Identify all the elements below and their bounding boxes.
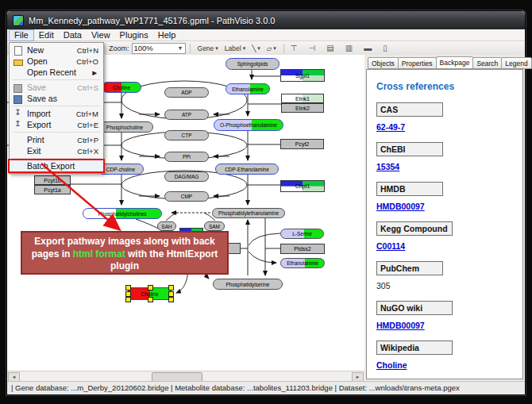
pathway-node-cdp-choline[interactable]: CDP-choline [98,164,144,175]
align-center-vertical-button[interactable]: ⊤ [288,44,306,52]
label-tool-button[interactable]: Label▾ [222,42,248,54]
xref-value-nugo-wiki[interactable]: HMDB00097 [376,321,513,330]
file-menu-item-save[interactable]: SaveCtrl+S [10,82,103,93]
xref-value-chebi[interactable]: 15354 [376,162,513,171]
distribute-columns-button[interactable]: ▥ [343,44,361,52]
pathway-node-sphingolipids[interactable]: Sphingolipids [226,58,279,70]
tab-properties[interactable]: Properties [398,57,437,69]
annotation-callout: Export pathway images along with back pa… [21,231,229,275]
menubar-item-data[interactable]: Data [59,29,87,40]
cross-references-heading: Cross references [376,81,513,92]
pathway-node-chpt1[interactable]: Chpt1 [280,180,325,192]
menubar-item-edit[interactable]: Edit [34,29,59,40]
pathway-node-atp[interactable]: ATP [164,110,209,120]
file-menu-item-new[interactable]: NewCtrl+N [10,44,103,56]
selection-handle[interactable] [168,297,174,302]
export-icon [13,121,24,129]
tab-objects[interactable]: Objects [368,57,399,69]
file-menu-item-exit[interactable]: ExitCtrl+X [10,145,103,156]
selection-handle[interactable] [125,285,131,290]
selection-handle[interactable] [168,285,174,290]
shape-tool-button[interactable]: ▱▾ [264,42,279,54]
menubar-item-plugins[interactable]: Plugins [115,29,153,40]
status-text: | Gene database: ...m_Derby_20120602.bri… [11,383,460,392]
align-right-button[interactable]: ▯ [380,44,396,52]
chevron-down-icon: ▼ [178,45,183,51]
pathway-node-etnk1[interactable]: Etnk1 [281,94,324,103]
pathway-node-choline-top[interactable]: Choline [102,82,141,93]
chevron-down-icon: ▾ [257,45,260,52]
align-center-horizontal-button[interactable]: ⊣ [306,44,325,52]
pathvisio-window: Mm_Kennedy_pathway_WP1771_45176.gpml - P… [6,10,526,395]
xref-section-title-chebi: ChEBI [376,142,443,156]
file-menu-item-export[interactable]: ExportCtrl+E [10,119,103,130]
distribute-rows-button[interactable]: ▤ [324,44,342,52]
tab-legend[interactable]: Legend [501,57,531,69]
pathway-node-phosphatidylethanolamine[interactable]: Phosphatidylethanolamine [212,208,285,218]
file-menu-item-print[interactable]: PrintCtrl+P [10,134,103,145]
pathway-node-pcyt2[interactable]: Pcyt2 [280,139,324,149]
menubar-item-help[interactable]: Help [153,29,181,40]
xref-section-title-wikipedia: Wikipedia [376,341,453,355]
pathway-node-phosphocholine[interactable]: Phosphocholine [96,121,153,133]
file-menu-item-open[interactable]: OpenCtrl+O [10,56,103,67]
pathway-node-phosphatidylserine[interactable]: Phosphatidylserine [213,279,283,290]
file-menu-item-save-as[interactable]: Save as [10,93,103,104]
xref-value-pubchem: 305 [376,281,513,290]
pathway-node-adp[interactable]: ADP [164,87,209,98]
pathway-node-sah[interactable]: SAH [157,221,176,231]
align-left-button[interactable]: ▬ [361,44,380,52]
file-menu-popup: NewCtrl+NOpenCtrl+OOpen Recent►SaveCtrl+… [9,42,104,174]
selection-handle[interactable] [148,285,153,290]
pathway-node-etnk2[interactable]: Etnk2 [281,103,324,113]
pathway-node-pcyt1a[interactable]: Pcyt1a [34,185,71,194]
pathway-node-phosphatidylcholines[interactable]: Phosphatidylcholines [83,208,162,219]
blank-icon [13,147,24,156]
pathway-node-ethanolamine-b[interactable]: Ethanolamine [280,258,325,268]
pathway-node-ethanolamine-t[interactable]: Ethanolamine [226,83,270,94]
pathway-node-pcyt1b[interactable]: Pcyt1b [34,175,71,185]
selection-handle[interactable] [148,297,153,302]
tab-search[interactable]: Search [472,57,502,69]
pathway-node-sam[interactable]: SAM [204,221,225,231]
selection-handle[interactable] [125,297,131,302]
zoom-combobox[interactable]: 100% ▼ [132,43,186,54]
menubar-item-file[interactable]: File [9,29,34,41]
toolbar-separator [283,44,284,53]
menubar-item-view[interactable]: View [87,29,115,40]
xref-section-title-nugo-wiki: NuGO wiki [376,301,453,315]
file-menu-item-batch-export[interactable]: Batch Export [10,160,103,171]
xref-section-title-cas: CAS [376,102,443,117]
menu-separator [12,132,101,133]
selection-handle[interactable] [125,291,131,297]
pathway-node-ppi[interactable]: PPi [164,152,209,162]
title-bar[interactable]: Mm_Kennedy_pathway_WP1771_45176.gpml - P… [7,11,525,29]
selection-handle[interactable] [168,291,174,297]
pathway-node-ptdss2[interactable]: Ptdss2 [280,244,325,254]
pathway-node-cdp-ethanolamine[interactable]: CDP-Ethanolamine [215,164,279,175]
blank-icon [13,162,24,171]
backpage-panel[interactable]: Cross references CAS62-49-7ChEBI15354HMD… [366,69,523,379]
save-icon [13,83,24,92]
file-menu-item-open-recent[interactable]: Open Recent► [10,67,103,78]
pathway-node-dag[interactable]: DAG/MAG [164,171,209,182]
menu-separator [12,158,101,159]
pathway-node-l-serine[interactable]: L-Serine [280,229,324,239]
pathway-node-sgpl1[interactable]: Sgpl1 [280,69,325,82]
line-tool-button[interactable]: ╲▾ [249,42,263,54]
import-icon [13,110,24,118]
tab-backpage[interactable]: Backpage [436,56,474,69]
xref-section-title-kegg-compound: Kegg Compound [376,221,453,236]
pathway-node-o-phosphoethanolamine[interactable]: O-Phosphoethanolamine [214,119,283,131]
pathway-node-cmp[interactable]: CMP [164,191,209,202]
file-menu-item-import[interactable]: ImportCtrl+M [10,108,103,119]
gene-tool-button[interactable]: Gene▾ [195,42,221,54]
menu-separator [12,106,101,106]
chevron-down-icon: ▾ [243,45,246,52]
xref-value-cas[interactable]: 62-49-7 [376,122,513,132]
xref-value-hmdb[interactable]: HMDB00097 [376,202,513,211]
xref-value-wikipedia[interactable]: Choline [376,360,513,370]
xref-value-kegg-compound[interactable]: C00114 [376,241,513,251]
canvas-horizontal-scrollbar[interactable]: ◄ ► [7,371,364,382]
pathway-node-ctp[interactable]: CTP [164,130,209,140]
